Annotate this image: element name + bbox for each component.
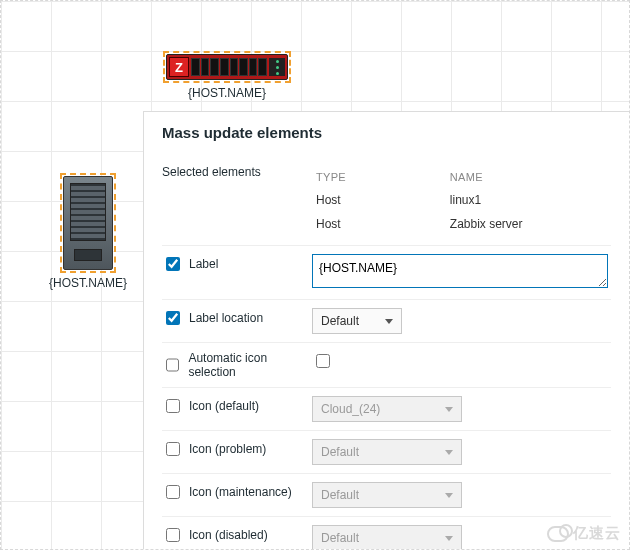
chevron-down-icon xyxy=(385,319,393,324)
icon-problem-select[interactable]: Default xyxy=(312,439,462,465)
icon-default-select[interactable]: Cloud_(24) xyxy=(312,396,462,422)
selected-elements-label: Selected elements xyxy=(162,165,312,179)
icon-problem-field-label: Icon (problem) xyxy=(189,442,266,456)
dialog-title: Mass update elements xyxy=(162,124,611,141)
map-element-label: {HOST.NAME} xyxy=(188,86,266,100)
label-textarea[interactable] xyxy=(312,254,608,288)
mass-update-dialog: Mass update elements Selected elements T… xyxy=(143,111,629,549)
icon-default-field-label: Icon (default) xyxy=(189,399,259,413)
icon-disabled-checkbox[interactable] xyxy=(166,528,180,542)
map-element-label: {HOST.NAME} xyxy=(49,276,127,290)
label-location-select[interactable]: Default xyxy=(312,308,402,334)
icon-maintenance-checkbox[interactable] xyxy=(166,485,180,499)
map-element-rack[interactable]: Z {HOST.NAME} xyxy=(163,51,291,100)
icon-disabled-select[interactable]: Default xyxy=(312,525,462,549)
auto-icon-checkbox[interactable] xyxy=(166,358,179,372)
auto-icon-field-label: Automatic icon selection xyxy=(188,351,312,379)
icon-maintenance-select[interactable]: Default xyxy=(312,482,462,508)
map-canvas[interactable]: Z {HOST.NAME} {HOST.NAME} Mass update el… xyxy=(0,0,630,550)
label-checkbox[interactable] xyxy=(166,257,180,271)
selection-box xyxy=(60,173,116,273)
icon-default-checkbox[interactable] xyxy=(166,399,180,413)
table-row: Host Zabbix server xyxy=(314,213,609,235)
label-location-field-label: Label location xyxy=(189,311,263,325)
label-field-label: Label xyxy=(189,257,218,271)
tower-server-icon xyxy=(63,176,113,270)
col-name-header: NAME xyxy=(448,167,609,187)
cloud-icon xyxy=(547,526,569,542)
col-type-header: TYPE xyxy=(314,167,446,187)
chevron-down-icon xyxy=(445,407,453,412)
selection-box: Z xyxy=(163,51,291,83)
zabbix-badge-icon: Z xyxy=(169,57,189,77)
label-location-checkbox[interactable] xyxy=(166,311,180,325)
watermark: 亿速云 xyxy=(547,524,621,543)
selected-elements-table: TYPE NAME Host linux1 Host Zabbix server xyxy=(312,165,611,237)
map-element-tower[interactable]: {HOST.NAME} xyxy=(49,173,127,290)
chevron-down-icon xyxy=(445,536,453,541)
auto-icon-value-checkbox[interactable] xyxy=(316,354,330,368)
rack-server-icon: Z xyxy=(166,54,288,80)
chevron-down-icon xyxy=(445,493,453,498)
chevron-down-icon xyxy=(445,450,453,455)
icon-disabled-field-label: Icon (disabled) xyxy=(189,528,268,542)
icon-problem-checkbox[interactable] xyxy=(166,442,180,456)
table-row: Host linux1 xyxy=(314,189,609,211)
icon-maintenance-field-label: Icon (maintenance) xyxy=(189,485,292,499)
